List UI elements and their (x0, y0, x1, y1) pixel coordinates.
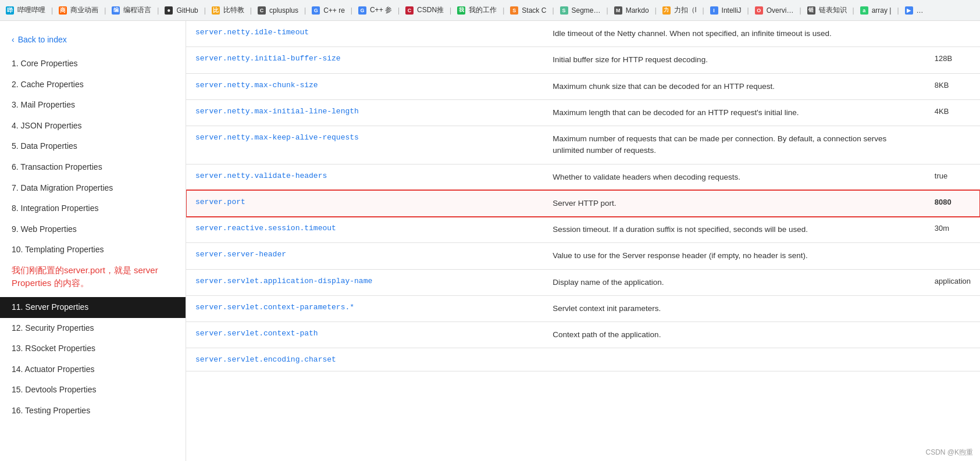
property-description (543, 348, 925, 371)
sidebar-item-core[interactable]: 1. Core Properties (0, 53, 186, 74)
table-row: server.reactive.session.timeoutSession t… (186, 217, 980, 243)
table-row: server.netty.max-keep-alive-requestsMaxi… (186, 126, 980, 165)
sep7: | (351, 6, 352, 15)
property-name[interactable]: server.servlet.context-parameters.* (186, 295, 543, 321)
property-name[interactable]: server.netty.validate-headers (186, 164, 543, 190)
sep10: | (503, 6, 504, 15)
property-default (925, 126, 980, 165)
property-description: Value to use for the Server response hea… (543, 243, 925, 269)
tab-last[interactable]: ▶ … (905, 6, 924, 15)
sep12: | (607, 6, 608, 15)
sep6: | (304, 6, 306, 15)
favicon-cplusplus: C (258, 6, 266, 15)
sep3: | (157, 6, 159, 15)
sidebar-item-migration[interactable]: 7. Data Migration Properties (0, 178, 186, 199)
tab-bijiao[interactable]: 比 比特教 (212, 5, 244, 15)
sep9: | (450, 6, 451, 15)
back-to-index-link[interactable]: ‹ Back to index (0, 30, 186, 49)
tab-markdown[interactable]: M Markdo (614, 6, 649, 15)
sidebar: ‹ Back to index 1. Core Properties 2. Ca… (0, 21, 186, 461)
tab-lifu[interactable]: 力 力扣（l (662, 5, 697, 15)
tab-cpp-ref[interactable]: G C++ re (312, 6, 345, 15)
property-name[interactable]: server.servlet.context-path (186, 322, 543, 348)
property-default (925, 348, 980, 371)
property-name[interactable]: server.netty.idle-timeout (186, 21, 543, 47)
property-description: Maximum length that can be decoded for a… (543, 99, 925, 126)
property-name[interactable]: server.servlet.encoding.charset (186, 348, 543, 371)
content-area: server.netty.idle-timeoutIdle timeout of… (186, 21, 980, 461)
watermark: CSDN @K煦重 (925, 448, 973, 458)
favicon-github: ● (165, 6, 173, 15)
sidebar-item-rsocket[interactable]: 13. RSocket Properties (0, 338, 186, 359)
favicon-shangyedonghua: 商 (59, 6, 67, 15)
table-row: server.netty.idle-timeoutIdle timeout of… (186, 21, 980, 47)
favicon-lb: 链 (807, 6, 815, 15)
sidebar-item-cache[interactable]: 2. Cache Properties (0, 74, 186, 95)
table-row: server.portServer HTTP port.8080 (186, 190, 980, 216)
tab-overview[interactable]: O Overvi… (755, 6, 794, 15)
tab-stackoverflow[interactable]: S Stack C (510, 6, 546, 15)
sidebar-item-json[interactable]: 4. JSON Properties (0, 116, 186, 137)
property-name[interactable]: server.netty.max-initial-line-length (186, 99, 543, 126)
property-default (925, 243, 980, 269)
tab-bianchengyu[interactable]: 编 编程语言 (112, 5, 151, 15)
sep14: | (702, 6, 704, 15)
property-default: 128B (925, 47, 980, 73)
favicon-ij: I (710, 6, 718, 15)
property-name[interactable]: server.server-header (186, 243, 543, 269)
sep18: | (897, 6, 899, 15)
tab-shangyedonghua[interactable]: 商 商业动画 (59, 5, 98, 15)
sidebar-item-templating[interactable]: 10. Templating Properties (0, 240, 186, 260)
property-name[interactable]: server.port (186, 190, 543, 216)
property-default: 30m (925, 217, 980, 243)
property-name[interactable]: server.netty.initial-buffer-size (186, 47, 543, 73)
property-description: Server HTTP port. (543, 190, 925, 216)
tab-intellij[interactable]: I IntelliJ (710, 6, 742, 15)
property-default: true (925, 164, 980, 190)
property-description: Idle timeout of the Netty channel. When … (543, 21, 925, 47)
sep16: | (799, 6, 801, 15)
tab-array[interactable]: a array | (860, 6, 892, 15)
favicon-cpp-san: G (358, 6, 366, 15)
sidebar-item-transaction[interactable]: 6. Transaction Properties (0, 157, 186, 178)
tab-bilibili[interactable]: 哔 哔哩哔哩 (6, 5, 45, 15)
tab-cpp-san[interactable]: G C++ 参 (358, 5, 392, 15)
tab-mywork[interactable]: 我 我的工作 (457, 5, 497, 15)
property-name[interactable]: server.servlet.application-display-name (186, 269, 543, 295)
tab-github[interactable]: ● GitHub (165, 6, 198, 15)
sidebar-item-integration[interactable]: 8. Integration Properties (0, 198, 186, 219)
sep13: | (655, 6, 657, 15)
sidebar-item-server[interactable]: 11. Server Properties (0, 297, 186, 318)
sidebar-item-actuator[interactable]: 14. Actuator Properties (0, 359, 186, 380)
favicon-bilibili: 哔 (6, 6, 14, 15)
property-name[interactable]: server.netty.max-keep-alive-requests (186, 126, 543, 165)
tab-cplusplus[interactable]: C cplusplus (258, 6, 298, 15)
favicon-lifu: 力 (662, 6, 671, 15)
property-default (925, 295, 980, 321)
property-description: Maximum chunk size that can be decoded f… (543, 73, 925, 99)
properties-table: server.netty.idle-timeoutIdle timeout of… (186, 21, 980, 371)
sidebar-item-data[interactable]: 5. Data Properties (0, 136, 186, 157)
tab-lianbiao[interactable]: 链 链表知识 (807, 5, 847, 15)
tab-csdn[interactable]: C CSDN推 (405, 5, 444, 15)
property-default (925, 322, 980, 348)
tab-segment[interactable]: S Segme… (560, 6, 601, 15)
sep15: | (747, 6, 749, 15)
chevron-left-icon: ‹ (12, 35, 15, 44)
sidebar-item-testing[interactable]: 16. Testing Properties (0, 401, 186, 421)
favicon-md: M (614, 6, 622, 15)
property-name[interactable]: server.netty.max-chunk-size (186, 73, 543, 99)
sidebar-item-devtools[interactable]: 15. Devtools Properties (0, 380, 186, 401)
annotation-text: 我们刚配置的server.port，就是 server Properties 的… (0, 260, 186, 297)
property-description: Session timeout. If a duration suffix is… (543, 217, 925, 243)
property-description: Initial buffer size for HTTP request dec… (543, 47, 925, 73)
favicon-bijiao: 比 (212, 6, 220, 15)
sep2: | (104, 6, 106, 15)
sep11: | (552, 6, 554, 15)
favicon-arr: a (860, 6, 868, 15)
property-name[interactable]: server.reactive.session.timeout (186, 217, 543, 243)
sidebar-item-web[interactable]: 9. Web Properties (0, 219, 186, 240)
sidebar-item-security[interactable]: 12. Security Properties (0, 318, 186, 339)
sidebar-item-mail[interactable]: 3. Mail Properties (0, 95, 186, 116)
property-description: Whether to validate headers when decodin… (543, 164, 925, 190)
